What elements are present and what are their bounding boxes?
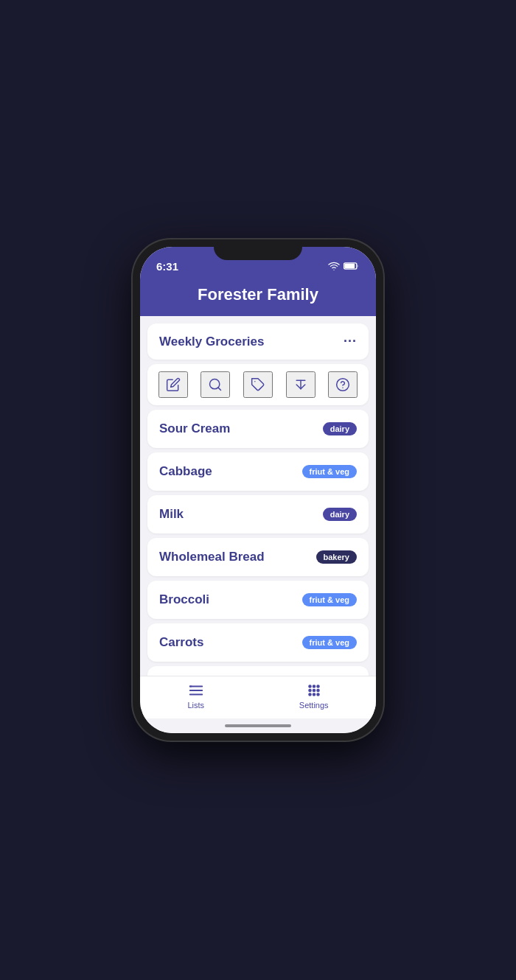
item-badge: friut & veg [302,465,357,478]
home-bar [225,724,291,727]
item-badge: bakery [316,550,357,564]
search-icon [208,377,223,392]
search-button[interactable] [201,371,230,398]
phone-screen: 6:31 Forester Family Weekly Groceries [140,247,376,733]
svg-point-17 [313,690,315,692]
item-name: Carrots [159,635,203,650]
svg-point-20 [313,693,315,696]
status-icons [328,260,360,272]
nav-settings[interactable]: Settings [299,682,329,710]
app-title: Forester Family [198,285,318,304]
svg-point-15 [317,685,319,687]
svg-point-19 [309,693,311,696]
svg-point-18 [317,690,319,692]
battery-icon [344,262,360,270]
item-name: Milk [159,507,184,522]
nav-settings-label: Settings [299,701,329,710]
bottom-nav: Lists Settings [140,676,376,718]
svg-point-14 [313,685,315,687]
svg-point-7 [337,379,349,391]
settings-icon [306,682,322,699]
item-name: Broccoli [159,592,209,607]
tag-button[interactable] [243,371,273,398]
wifi-icon [328,260,340,272]
list-item[interactable]: 100g Beans friut & veg [147,666,369,676]
list-item[interactable]: Cabbage friut & veg [147,452,369,491]
help-icon [335,377,350,392]
app-header: Forester Family [140,279,376,316]
item-badge: dairy [323,508,357,521]
status-time: 6:31 [156,260,178,273]
list-header-card: Weekly Groceries ··· [147,323,369,360]
svg-line-3 [218,388,221,391]
toolbar-card [147,364,369,405]
list-item[interactable]: Carrots friut & veg [147,623,369,662]
sort-icon [293,377,308,392]
list-item[interactable]: Sour Cream dairy [147,410,369,448]
phone-frame: 6:31 Forester Family Weekly Groceries [133,239,383,741]
content-area: Weekly Groceries ··· [140,316,376,676]
list-title: Weekly Groceries [159,335,264,349]
item-badge: friut & veg [302,636,357,649]
help-button[interactable] [328,371,358,398]
list-item[interactable]: Broccoli friut & veg [147,581,369,619]
nav-lists-label: Lists [187,701,204,710]
list-item[interactable]: Milk dairy [147,495,369,533]
home-indicator [140,718,376,733]
edit-icon [166,377,181,392]
svg-point-21 [317,693,319,696]
item-name: Sour Cream [159,421,230,436]
item-badge: dairy [323,422,357,435]
svg-point-16 [309,690,311,692]
tag-icon [251,377,265,392]
sort-button[interactable] [286,371,315,398]
item-name: Cabbage [159,464,212,479]
notch [214,239,302,260]
svg-point-13 [309,685,311,687]
nav-lists[interactable]: Lists [187,682,204,710]
more-options-button[interactable]: ··· [344,334,357,349]
list-item[interactable]: Wholemeal Bread bakery [147,538,369,576]
item-badge: friut & veg [302,593,357,606]
svg-rect-1 [344,264,355,268]
item-name: Wholemeal Bread [159,550,265,564]
edit-button[interactable] [158,371,188,398]
lists-icon [188,682,204,699]
